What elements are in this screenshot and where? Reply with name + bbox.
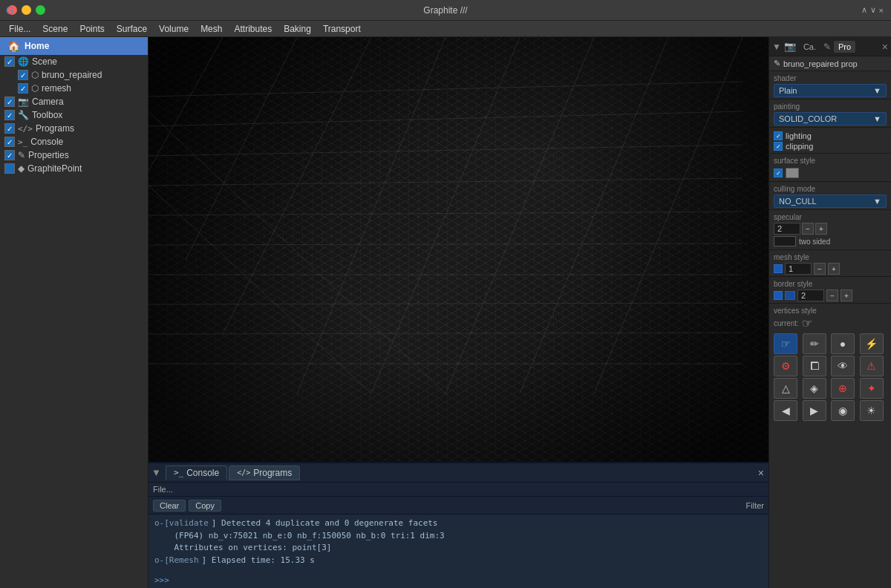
border-style-field[interactable] <box>797 290 824 301</box>
surface-style-checkbox[interactable] <box>774 169 783 177</box>
console-output[interactable]: o-[validate ] Detected 4 duplicate and 0… <box>148 514 768 574</box>
specular-field[interactable] <box>774 223 800 235</box>
icon-cell-14[interactable]: ◉ <box>831 400 855 421</box>
programs-label: Programs <box>36 123 74 134</box>
clipping-checkbox[interactable] <box>774 142 783 151</box>
tree-item-camera[interactable]: 📷 Camera <box>0 95 148 108</box>
console-icon: >_ <box>18 137 27 147</box>
icon-cell-13[interactable]: ▶ <box>803 400 826 421</box>
maximize-button[interactable] <box>36 5 45 15</box>
tree-item-console[interactable]: >_ Console <box>0 135 148 148</box>
window-actions[interactable]: ∧ ∨ × <box>861 5 884 15</box>
tree-item-remesh[interactable]: ⬡ remesh <box>0 82 148 95</box>
border-color-swatch[interactable] <box>785 291 795 300</box>
svg-line-12 <box>223 37 371 334</box>
console-line-2: (FP64) nb_v:75021 nb_e:0 nb_f:150050 nb_… <box>154 530 763 543</box>
mesh-style-check[interactable] <box>774 264 783 273</box>
svg-line-0 <box>148 82 742 97</box>
icon-cell-9[interactable]: ◈ <box>803 378 826 399</box>
icon-cell-12[interactable]: ◀ <box>774 400 797 421</box>
icon-cell-15[interactable]: ☀ <box>860 400 884 421</box>
menu-points[interactable]: Points <box>74 22 110 36</box>
viewport-3d[interactable] <box>148 37 768 462</box>
properties-checkbox[interactable] <box>4 150 15 160</box>
menu-baking[interactable]: Baking <box>278 22 317 36</box>
console-toolbar: Clear Copy Filter <box>148 497 768 514</box>
border-style-minus[interactable]: − <box>826 290 838 301</box>
win-action-down[interactable]: ∨ <box>870 5 876 15</box>
menu-file[interactable]: File... <box>3 22 36 36</box>
tree-item-properties[interactable]: ✎ Properties <box>0 148 148 162</box>
icon-cell-5[interactable]: ⧠ <box>803 356 826 376</box>
console-line-3: Attributes on vertices: point[3] <box>154 542 763 555</box>
console-panel: ▼ >_ Console </> Programs × File... <box>148 462 768 588</box>
border-style-check[interactable] <box>774 291 783 300</box>
lighting-row[interactable]: lighting <box>774 131 887 141</box>
menu-mesh[interactable]: Mesh <box>195 22 228 36</box>
console-tab-console[interactable]: >_ Console <box>166 466 227 480</box>
tree-item-toolbox[interactable]: 🔧 Toolbox <box>0 108 148 122</box>
icon-cell-11[interactable]: ✦ <box>860 378 884 399</box>
mesh-style-plus[interactable]: + <box>828 263 840 275</box>
specular-minus[interactable]: − <box>802 223 814 235</box>
mesh-style-field[interactable] <box>785 263 812 275</box>
icon-cell-6[interactable]: 👁 <box>831 356 855 376</box>
menu-attributes[interactable]: Attributes <box>228 22 278 36</box>
home-label: Home <box>25 41 49 51</box>
remesh-icon: ⬡ <box>31 83 39 94</box>
clear-button[interactable]: Clear <box>153 500 186 512</box>
specular-plus[interactable]: + <box>815 223 827 235</box>
icon-cell-2[interactable]: ● <box>831 333 855 354</box>
toolbox-checkbox[interactable] <box>4 110 15 120</box>
specular-section: specular − + two sided <box>769 210 891 250</box>
icon-cell-8[interactable]: △ <box>774 378 797 399</box>
console-close-button[interactable]: × <box>758 467 764 479</box>
win-action-up[interactable]: ∧ <box>861 5 867 15</box>
culling-chevron: ▼ <box>873 197 881 206</box>
programs-checkbox[interactable] <box>4 123 15 134</box>
win-action-close[interactable]: × <box>879 6 884 15</box>
tree-item-bruno[interactable]: ⬡ bruno_repaired <box>0 68 148 82</box>
panel-tab-camera[interactable]: Ca. <box>799 41 820 53</box>
icon-cell-4[interactable]: ⚙ <box>774 356 797 376</box>
copy-button[interactable]: Copy <box>189 500 221 512</box>
bruno-checkbox[interactable] <box>18 70 28 80</box>
menu-surface[interactable]: Surface <box>111 22 153 36</box>
panel-close-button[interactable]: × <box>882 41 888 53</box>
console-checkbox[interactable] <box>4 137 15 147</box>
remesh-checkbox[interactable] <box>18 83 28 94</box>
icon-cell-10[interactable]: ⊕ <box>831 378 855 399</box>
menu-volume[interactable]: Volume <box>153 22 195 36</box>
minimize-button[interactable] <box>22 5 31 15</box>
console-tab-programs[interactable]: </> Programs <box>229 466 300 480</box>
mesh-style-minus[interactable]: − <box>814 263 826 275</box>
surface-color-swatch[interactable] <box>786 168 799 178</box>
icon-cell-3[interactable]: ⚡ <box>860 333 884 354</box>
border-style-plus[interactable]: + <box>841 290 852 301</box>
console-file-row: File... <box>148 483 768 497</box>
panel-tab-properties[interactable]: Pro <box>834 41 855 53</box>
sidebar-home[interactable]: 🏠 Home <box>0 37 148 55</box>
console-text-4: ] Elapsed time: 15.33 s <box>202 555 315 567</box>
tree-item-scene[interactable]: 🌐 Scene <box>0 55 148 68</box>
graphitepoint-checkbox[interactable] <box>4 163 15 174</box>
icon-cell-1[interactable]: ✏ <box>803 333 826 354</box>
scene-checkbox[interactable] <box>4 56 15 67</box>
camera-checkbox[interactable] <box>4 97 15 107</box>
panel-camera-icon: 📷 <box>784 41 796 52</box>
console-file-button[interactable]: File... <box>153 485 173 494</box>
two-sided-box[interactable] <box>774 236 796 246</box>
menu-scene[interactable]: Scene <box>36 22 74 36</box>
tree-item-graphitepoint[interactable]: ◆ GraphitePoint <box>0 162 148 175</box>
svg-line-18 <box>148 111 446 393</box>
icon-cell-7[interactable]: ⚠ <box>860 356 884 376</box>
tree-item-programs[interactable]: </> Programs <box>0 122 148 135</box>
lighting-checkbox[interactable] <box>774 131 783 140</box>
culling-dropdown[interactable]: NO_CULL ▼ <box>774 195 887 208</box>
menu-transport[interactable]: Transport <box>317 22 367 36</box>
icon-cell-0[interactable]: ☞ <box>774 333 797 354</box>
shader-section: shader Plain ▼ <box>769 71 891 99</box>
clipping-row[interactable]: clipping <box>774 141 887 151</box>
painting-dropdown[interactable]: SOLID_COLOR ▼ <box>774 112 887 125</box>
shader-dropdown[interactable]: Plain ▼ <box>774 84 887 97</box>
